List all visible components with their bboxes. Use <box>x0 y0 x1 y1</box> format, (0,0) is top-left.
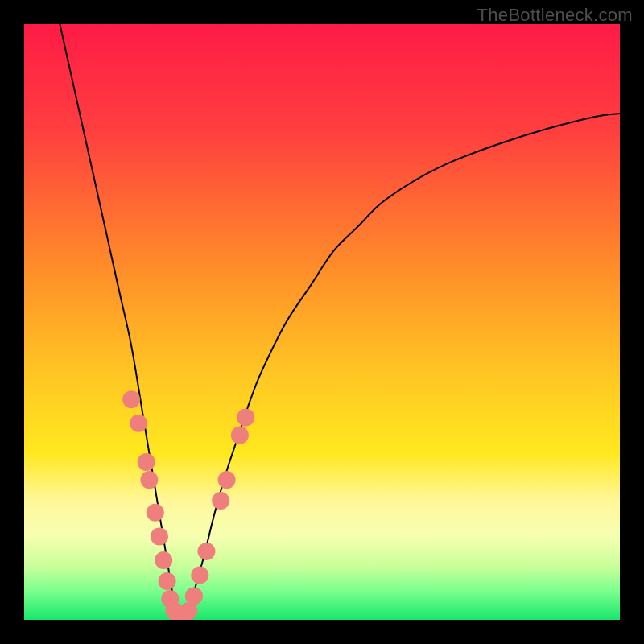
highlight-point <box>237 408 254 426</box>
highlight-point <box>138 453 155 471</box>
plot-area <box>24 24 620 620</box>
highlight-point <box>130 415 147 432</box>
highlight-point <box>122 390 140 408</box>
highlight-point <box>140 471 158 489</box>
highlight-point <box>155 551 172 569</box>
highlight-point <box>197 543 215 560</box>
highlight-point <box>147 504 164 522</box>
highlight-point <box>159 572 176 590</box>
highlight-point <box>212 492 229 510</box>
highlight-point <box>185 587 203 605</box>
highlight-point <box>218 471 236 489</box>
highlight-point <box>151 527 168 545</box>
highlight-point <box>191 567 208 584</box>
chart-frame <box>24 24 620 620</box>
watermark-text: TheBottleneck.com <box>477 5 633 26</box>
marker-layer <box>24 24 620 620</box>
highlight-point <box>231 427 249 444</box>
